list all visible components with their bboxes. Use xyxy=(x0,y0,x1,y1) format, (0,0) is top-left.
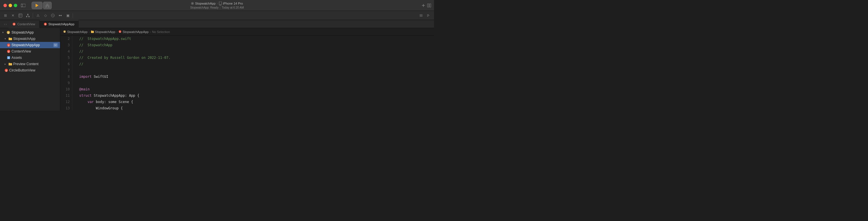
sidebar-toggle-button[interactable] xyxy=(20,2,26,9)
preview-disclosure-icon: ▸ xyxy=(5,63,7,65)
svg-text:S: S xyxy=(8,44,9,46)
line-num-11: 11 xyxy=(61,92,70,99)
code-comment-4: // Created by Russell Gordon on 2022-11-… xyxy=(79,55,170,61)
grid-view-button[interactable]: ⊞ xyxy=(2,12,9,19)
sidebar-item-label-preview: Preview Content xyxy=(13,62,38,66)
sidebar-item-assets[interactable]: A Assets xyxy=(0,55,60,61)
tab-label-contentview: ContentView xyxy=(17,22,35,26)
code-keyword-struct: struct xyxy=(79,92,92,99)
svg-text:S: S xyxy=(119,31,121,33)
jump-bar-button[interactable] xyxy=(418,12,424,19)
folder-disclosure-icon: ▾ xyxy=(5,37,7,40)
breakpoint-button[interactable]: ◇ xyxy=(42,12,49,19)
svg-text:S: S xyxy=(44,23,46,25)
simulate-button[interactable] xyxy=(57,12,63,19)
sidebar-item-folder-stopwatchapp[interactable]: ▾ StopwatchApp xyxy=(0,36,60,42)
code-line-10: @main xyxy=(76,86,434,92)
code-line-8: import SwiftUI xyxy=(76,73,434,80)
breadcrumb-part-1[interactable]: StopwatchApp xyxy=(67,30,88,34)
app-title: StopwatchApp xyxy=(195,2,216,5)
code-plain-struct-body: StopwatchAppApp: App { xyxy=(92,92,139,99)
breadcrumb-part-2[interactable]: StopwatchApp xyxy=(95,30,115,34)
hierarchy-button[interactable] xyxy=(25,12,31,19)
device-info: StopwatchApp › iPhone 14 Pro xyxy=(191,1,243,5)
title-bar-center: StopwatchApp › iPhone 14 Pro StopwatchAp… xyxy=(190,1,244,9)
code-keyword-var: var xyxy=(88,99,94,105)
code-comment-3: // xyxy=(79,48,83,55)
code-comment-2: // StopwatchApp xyxy=(79,42,113,48)
back-arrow[interactable]: ‹ xyxy=(4,22,5,26)
status-text: StopwatchApp: Ready xyxy=(190,6,218,9)
breadcrumb-sep-1: › xyxy=(89,30,90,34)
code-attr-main: @main xyxy=(79,86,90,92)
svg-rect-1 xyxy=(21,4,26,7)
sidebar-item-preview-content[interactable]: ▸ Preview Content xyxy=(0,61,60,67)
line-num-4: 4 xyxy=(61,48,70,55)
sidebar-folder-label: StopwatchApp xyxy=(13,37,35,41)
code-editor[interactable]: 2 3 4 5 6 7 8 9 10 11 12 13 14 15 // Sto… xyxy=(60,36,434,110)
sidebar-item-label-appapp: StopwatchAppApp xyxy=(11,43,40,47)
svg-rect-13 xyxy=(427,4,429,7)
svg-line-22 xyxy=(28,15,29,16)
add-icon[interactable] xyxy=(422,3,425,7)
svg-rect-15 xyxy=(19,14,22,17)
sidebar-item-label-circle: CircleButtonView xyxy=(9,68,35,72)
svg-point-24 xyxy=(59,15,60,16)
line-num-8: 8 xyxy=(61,73,70,80)
line-numbers: 2 3 4 5 6 7 8 9 10 11 12 13 14 15 xyxy=(60,36,72,110)
line-num-3: 3 xyxy=(61,42,70,48)
tab-stopwatchappapp[interactable]: S StopwatchAppApp xyxy=(40,20,79,28)
breadcrumb-sep-3: › xyxy=(150,30,151,34)
toolbar: ⊞ ✕ ⚠ ◇ ▣ xyxy=(0,11,434,20)
breadcrumb-part-3[interactable]: StopwatchAppApp xyxy=(123,30,149,34)
breadcrumb-icon-1: A xyxy=(63,30,66,34)
preview-folder-icon xyxy=(9,63,12,65)
fullscreen-button[interactable] xyxy=(14,4,17,7)
code-line-5: // Created by Russell Gordon on 2022-11-… xyxy=(76,55,434,61)
line-num-10: 10 xyxy=(61,86,70,92)
svg-point-8 xyxy=(192,3,193,4)
editor-close-button[interactable]: ✕ xyxy=(10,12,16,19)
code-lines: // StopwatchAppApp.swift // StopwatchApp… xyxy=(72,36,434,110)
code-line-7 xyxy=(76,67,434,73)
nav-arrows: ‹ › xyxy=(2,22,8,26)
authors-button[interactable] xyxy=(425,12,432,19)
line-num-9: 9 xyxy=(61,80,70,86)
code-plain-var-body: body: some Scene { xyxy=(94,99,133,105)
sidebar: ▾ A StopwatchApp ▾ StopwatchApp S Stopwa… xyxy=(0,28,60,110)
sidebar-item-contentview[interactable]: S ContentView xyxy=(0,48,60,55)
line-num-12: 12 xyxy=(61,99,70,105)
breadcrumb-part-4: No Selection xyxy=(152,30,169,34)
sidebar-item-root[interactable]: ▾ A StopwatchApp xyxy=(0,29,60,36)
close-button[interactable] xyxy=(3,4,7,7)
toolbar-separator-1 xyxy=(33,13,33,18)
svg-text:S: S xyxy=(13,23,15,25)
code-content: 2 3 4 5 6 7 8 9 10 11 12 13 14 15 // Sto… xyxy=(60,36,434,110)
memory-button[interactable] xyxy=(50,12,56,19)
code-comment-5: // xyxy=(79,61,83,67)
tab-contentview[interactable]: S ContentView xyxy=(8,20,39,28)
sidebar-item-stopwatchappapp[interactable]: S StopwatchAppApp M xyxy=(0,42,60,48)
warning-button[interactable]: ⚠ xyxy=(35,12,41,19)
scheme-button[interactable] xyxy=(43,2,52,9)
sidebar-item-circlebuttonview[interactable]: S CircleButtonView xyxy=(0,67,60,73)
rectangle-button[interactable]: ▣ xyxy=(65,12,71,19)
svg-point-18 xyxy=(27,14,28,15)
svg-text:S: S xyxy=(8,51,9,53)
forward-arrow[interactable]: › xyxy=(6,22,7,26)
swift-icon-circle: S xyxy=(5,69,8,72)
minimize-button[interactable] xyxy=(9,4,12,7)
svg-point-25 xyxy=(61,15,62,16)
title-bar: StopwatchApp › iPhone 14 Pro StopwatchAp… xyxy=(0,0,434,11)
diff-button[interactable] xyxy=(17,12,24,19)
root-folder-icon: A xyxy=(6,30,10,34)
play-icon xyxy=(36,4,38,7)
svg-rect-14 xyxy=(429,4,431,7)
svg-point-20 xyxy=(28,16,30,17)
swift-icon-contentview: S xyxy=(7,50,10,53)
code-line-4: // xyxy=(76,48,434,55)
run-button[interactable] xyxy=(32,2,42,9)
swift-icon-selected: S xyxy=(7,43,10,47)
split-editor-icon[interactable] xyxy=(427,3,431,7)
tab-bar: ‹ › S ContentView S StopwatchAppApp xyxy=(0,20,434,28)
